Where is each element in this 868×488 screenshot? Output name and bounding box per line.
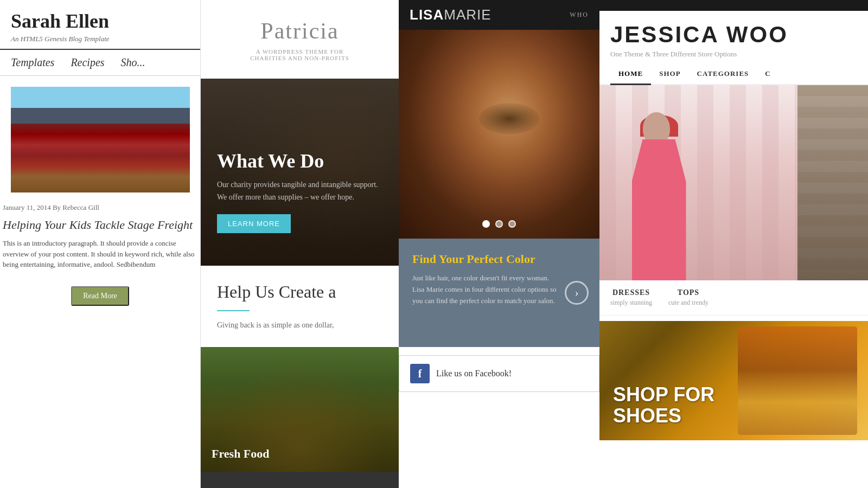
jessica-banner-text: SHOP FORSHOES [613, 384, 714, 427]
main-layout: Sarah Ellen An HTML5 Genesis Blog Templa… [0, 0, 868, 488]
jessica-category-dresses[interactable]: DRESSES simply stunning [610, 288, 652, 307]
lisa-logo-bold: LISA [410, 7, 444, 23]
patricia-tagline: A WORDPRESS THEME FORCHARITIES AND NON-P… [250, 48, 349, 61]
dress-figure [621, 112, 697, 280]
patricia-section-title: Help Us Create a [217, 282, 382, 302]
lisa-face-photo [399, 30, 599, 239]
lisa-slider-dots [482, 220, 516, 228]
jessica-hero-section [599, 85, 868, 280]
sarah-navigation: Templates Recipes Sho... [0, 50, 200, 76]
wood-background [797, 85, 868, 280]
jessica-nav-more[interactable]: C [757, 64, 778, 85]
jessica-navigation: HOME SHOP CATEGORIES C [599, 64, 868, 85]
jessica-nav-categories[interactable]: CATEGORIES [689, 64, 757, 85]
sarah-nav-templates[interactable]: Templates [11, 56, 54, 69]
sarah-post-image [11, 87, 190, 192]
jessica-site-title: JESSICA WOO [610, 22, 857, 48]
patricia-content-section: Help Us Create a Giving back is as simpl… [201, 266, 399, 347]
figure-dress [632, 139, 686, 280]
lisa-facebook-text: Like us on Facebook! [436, 369, 512, 378]
patricia-food-image: Fresh Food [201, 347, 399, 472]
panel-sarah-ellen: Sarah Ellen An HTML5 Genesis Blog Templa… [0, 0, 201, 488]
jessica-shoes-banner[interactable]: SHOP FORSHOES [599, 321, 868, 440]
jessica-site-subtitle: One Theme & Three Different Store Option… [610, 50, 857, 59]
sarah-site-subtitle: An HTML5 Genesis Blog Template [11, 35, 189, 43]
jessica-cat-dresses-title: DRESSES [610, 288, 652, 297]
stadium-image [11, 87, 190, 192]
jessica-banner-title: SHOP FORSHOES [613, 384, 714, 427]
jessica-nav-shop[interactable]: SHOP [651, 64, 688, 85]
patricia-header: Patricia A WORDPRESS THEME FORCHARITIES … [201, 0, 399, 79]
patricia-hero-section: What We Do Our charity provides tangible… [201, 79, 399, 266]
panel-patricia: Patricia A WORDPRESS THEME FORCHARITIES … [201, 0, 399, 488]
lisa-header: LISAMARIE WHO [399, 0, 599, 30]
sarah-site-title: Sarah Ellen [11, 11, 189, 33]
patricia-hero-text: What We Do Our charity provides tangible… [217, 150, 382, 233]
patricia-learn-more-button[interactable]: LEARN MORE [217, 214, 291, 233]
panel-lisa-marie: LISAMARIE WHO Find Your Perfect Color Ju… [399, 0, 599, 488]
lisa-facebook-widget[interactable]: f Like us on Facebook! [399, 355, 599, 392]
patricia-divider [217, 310, 250, 311]
lisa-promo-section: Find Your Perfect Color Just like hair, … [399, 239, 599, 347]
sarah-post-excerpt: This is an introductory paragraph. It sh… [0, 235, 200, 273]
lisa-logo-light: MARIE [444, 7, 491, 23]
shoes-image [738, 326, 857, 435]
jessica-cat-dresses-sub: simply stunning [610, 299, 652, 307]
patricia-hero-description: Our charity provides tangible and intang… [217, 179, 382, 203]
panel-jessica-woo: JESSICA WOO One Theme & Three Different … [599, 0, 868, 488]
lisa-promo-text: Just like hair, one color doesn't fit ev… [412, 273, 586, 306]
patricia-section-text: Giving back is as simple as one dollar, [217, 319, 382, 331]
lisa-promo-title: Find Your Perfect Color [412, 252, 586, 266]
sarah-nav-shop[interactable]: Sho... [121, 56, 145, 69]
lisa-hero-image [399, 30, 599, 239]
jessica-top-bar [599, 0, 868, 11]
lisa-dot-3[interactable] [508, 220, 516, 228]
patricia-bottom-image: Fresh Food [201, 347, 399, 472]
sarah-read-more-button[interactable]: Read More [71, 286, 129, 306]
jessica-hero-pink-image [599, 85, 797, 280]
jessica-categories-row: DRESSES simply stunning TOPS cute and tr… [599, 280, 868, 316]
lisa-dot-1[interactable] [482, 220, 490, 228]
sarah-post-meta: January 11, 2014 By Rebecca Gill [0, 203, 200, 215]
sarah-post-title: Helping Your Kids Tackle Stage Freight [0, 215, 200, 236]
jessica-logo-area: JESSICA WOO One Theme & Three Different … [599, 11, 868, 64]
jessica-nav-home[interactable]: HOME [610, 64, 651, 85]
lisa-header-nav-who[interactable]: WHO [570, 11, 589, 19]
sarah-nav-recipes[interactable]: Recipes [71, 56, 104, 69]
lisa-promo-arrow-button[interactable]: › [565, 281, 589, 305]
sarah-header: Sarah Ellen An HTML5 Genesis Blog Templa… [0, 0, 200, 50]
jessica-cat-tops-sub: cute and trendy [668, 299, 709, 307]
patricia-site-title: Patricia [260, 18, 339, 44]
jessica-cat-tops-title: TOPS [668, 288, 709, 297]
facebook-icon: f [410, 364, 430, 383]
jessica-category-tops[interactable]: TOPS cute and trendy [668, 288, 709, 307]
patricia-hero-title: What We Do [217, 150, 382, 172]
patricia-bottom-label: Fresh Food [212, 447, 270, 461]
lisa-logo: LISAMARIE [410, 7, 492, 23]
lisa-dot-2[interactable] [495, 220, 503, 228]
jessica-hero-wood-image [797, 85, 868, 280]
